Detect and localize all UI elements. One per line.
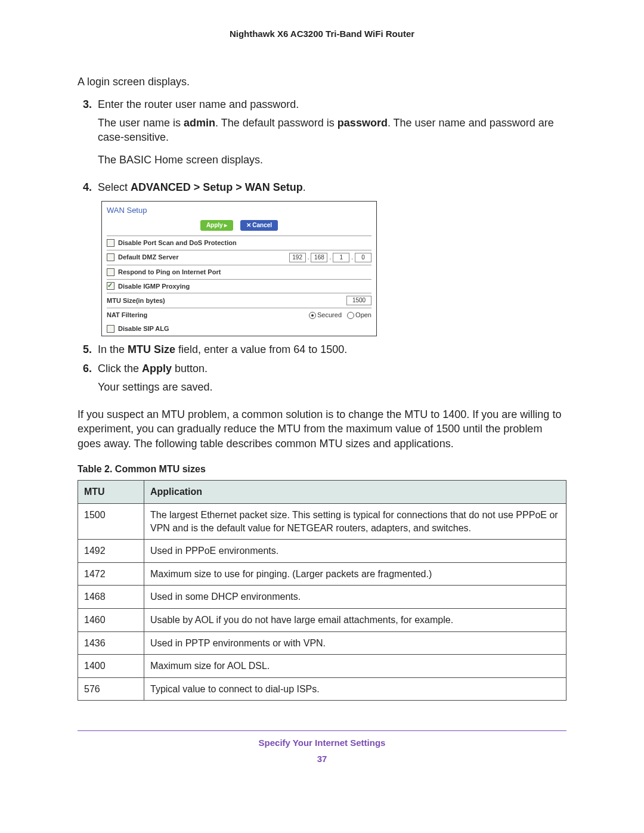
step-4-path: ADVANCED > Setup > WAN Setup [131, 181, 303, 193]
mtu-paragraph: If you suspect an MTU problem, a common … [78, 407, 566, 451]
igmp-label: Disable IGMP Proxying [118, 282, 190, 291]
table-row: 1492Used in PPPoE environments. [78, 540, 566, 563]
ip-octet-4[interactable]: 0 [355, 253, 371, 262]
step-4-prefix: Select [98, 181, 131, 193]
cell: 1472 [78, 562, 144, 586]
wan-setup-screenshot: WAN Setup Apply ▸ ✕ Cancel Disable Port … [101, 201, 377, 336]
bold-admin: admin [184, 117, 215, 129]
step-5-a: In the [98, 343, 128, 355]
step-3-line3: The BASIC Home screen displays. [98, 153, 566, 167]
cell: 1400 [78, 655, 144, 678]
nat-open-label: Open [355, 311, 371, 318]
cell: Usable by AOL if you do not have large e… [144, 608, 566, 631]
step-4-suffix: . [303, 181, 306, 193]
cell: 1436 [78, 631, 144, 655]
table-row: 1436Used in PPTP environments or with VP… [78, 631, 566, 655]
nat-secured-radio[interactable] [309, 312, 316, 319]
sip-label: Disable SIP ALG [118, 324, 169, 333]
cell: Used in PPTP environments or with VPN. [144, 631, 566, 655]
table-row: 1500The largest Ethernet packet size. Th… [78, 504, 566, 540]
table-row: 1472Maximum size to use for pinging. (La… [78, 562, 566, 586]
dmz-checkbox[interactable] [107, 253, 114, 261]
page-header: Nighthawk X6 AC3200 Tri-Band WiFi Router [78, 29, 566, 39]
cell: Used in some DHCP environments. [144, 586, 566, 609]
cell: Maximum size to use for pinging. (Larger… [144, 562, 566, 586]
cell: The largest Ethernet packet size. This s… [144, 504, 566, 540]
footer-section: Specify Your Internet Settings [78, 737, 566, 749]
sip-checkbox[interactable] [107, 325, 114, 333]
dmz-ip[interactable]: 192. 168. 1. 0 [289, 253, 371, 262]
step-6-a: Click the [98, 363, 142, 374]
footer-page-number: 37 [78, 753, 566, 765]
th-application: Application [144, 481, 566, 504]
nat-open-radio[interactable] [347, 312, 354, 319]
text: . The default password is [215, 117, 338, 129]
ip-octet-3[interactable]: 1 [333, 253, 349, 262]
footer-rule [78, 730, 566, 731]
table-row: 576Typical value to connect to dial-up I… [78, 677, 566, 701]
fig-title: WAN Setup [102, 202, 376, 217]
step-6-number: 6. [78, 361, 92, 402]
table-caption: Table 2. Common MTU sizes [78, 463, 566, 476]
bold-password: password [338, 117, 388, 129]
cell: 1492 [78, 540, 144, 563]
portscan-label: Disable Port Scan and DoS Protection [118, 239, 237, 247]
th-mtu: MTU [78, 481, 144, 504]
step-4-number: 4. [78, 180, 92, 194]
mtu-size-label: MTU Size(in bytes) [107, 296, 165, 305]
ping-label: Respond to Ping on Internet Port [118, 268, 221, 277]
login-displays: A login screen displays. [78, 75, 566, 89]
cell: 1500 [78, 504, 144, 540]
mtu-table: MTU Application 1500The largest Ethernet… [78, 480, 566, 701]
ping-checkbox[interactable] [107, 268, 114, 276]
table-row: 1468Used in some DHCP environments. [78, 586, 566, 609]
step-6-c: button. [172, 363, 208, 374]
step-6-b: Apply [142, 363, 172, 374]
ip-octet-2[interactable]: 168 [311, 253, 327, 262]
cancel-button[interactable]: ✕ Cancel [240, 220, 278, 231]
cell: 576 [78, 677, 144, 701]
apply-button[interactable]: Apply ▸ [200, 220, 234, 231]
ip-octet-1[interactable]: 192 [289, 253, 306, 262]
cell: 1468 [78, 586, 144, 609]
cell: Maximum size for AOL DSL. [144, 655, 566, 678]
nat-secured-label: Secured [317, 311, 342, 318]
step-5-number: 5. [78, 342, 92, 357]
cell: Typical value to connect to dial-up ISPs… [144, 677, 566, 701]
step-6-sub: Your settings are saved. [98, 380, 566, 394]
dmz-label: Default DMZ Server [118, 253, 178, 262]
mtu-size-input[interactable]: 1500 [346, 296, 371, 305]
igmp-checkbox[interactable] [107, 282, 114, 290]
cell: 1460 [78, 608, 144, 631]
step-5-b: MTU Size [128, 343, 175, 355]
step-3-line2: The user name is admin. The default pass… [98, 116, 566, 145]
table-row: 1400Maximum size for AOL DSL. [78, 655, 566, 678]
table-row: 1460Usable by AOL if you do not have lar… [78, 608, 566, 631]
nat-filtering-label: NAT Filtering [107, 311, 147, 320]
cell: Used in PPPoE environments. [144, 540, 566, 563]
step-5-c: field, enter a value from 64 to 1500. [175, 343, 347, 355]
step-3-number: 3. [78, 97, 92, 175]
step-3-line1: Enter the router user name and password. [98, 97, 566, 112]
portscan-checkbox[interactable] [107, 239, 114, 247]
text: The user name is [98, 117, 184, 129]
